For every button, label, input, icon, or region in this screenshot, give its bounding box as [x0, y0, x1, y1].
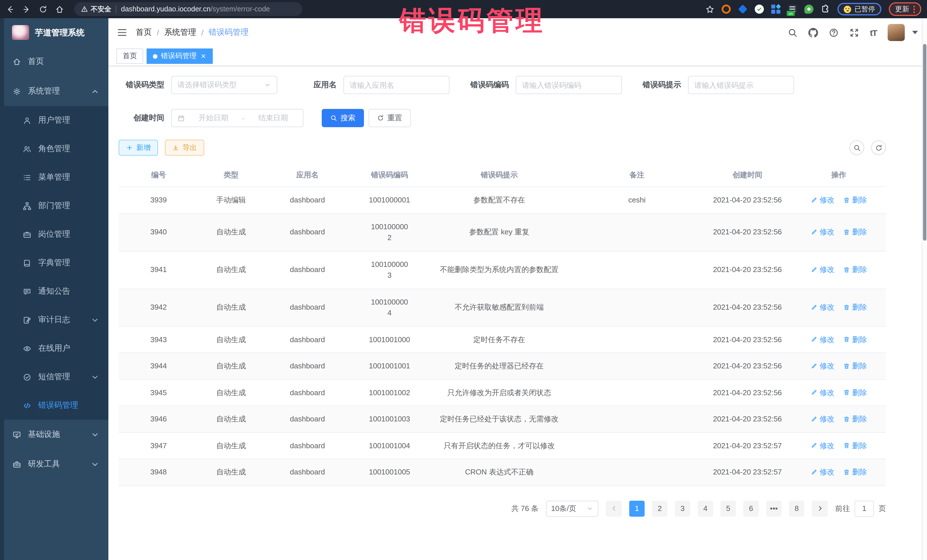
sidebar-item-users[interactable]: 用户管理 [0, 106, 108, 135]
page-button[interactable]: 3 [675, 501, 690, 516]
edit-link[interactable]: 修改 [810, 466, 834, 478]
hamburger-icon[interactable] [117, 27, 127, 38]
sidebar-item-system[interactable]: 系统管理 [0, 76, 108, 106]
home-browser-icon[interactable] [55, 5, 64, 14]
edit-link[interactable]: 修改 [810, 360, 834, 372]
delete-link[interactable]: 删除 [843, 466, 867, 478]
extension-icon[interactable]: on [788, 5, 797, 14]
fullscreen-icon[interactable] [849, 28, 859, 37]
error-hint-input[interactable] [694, 81, 788, 89]
app-name-input[interactable] [350, 81, 443, 89]
delete-link[interactable]: 删除 [843, 360, 867, 372]
refresh-table-button[interactable] [871, 140, 886, 155]
extension-icon[interactable] [755, 5, 764, 14]
reload-icon[interactable] [39, 5, 47, 14]
tab-error-code[interactable]: 错误码管理 [147, 49, 213, 64]
sidebar-item-home[interactable]: 首页 [0, 47, 108, 76]
sidebar-item-departments[interactable]: 部门管理 [0, 191, 108, 220]
github-icon[interactable] [808, 28, 818, 37]
scrollbar-thumb[interactable] [923, 44, 926, 241]
date-range-picker[interactable]: 开始日期 - 结束日期 [171, 109, 304, 127]
delete-link[interactable]: 删除 [843, 194, 867, 206]
error-code-input[interactable] [522, 81, 615, 89]
forward-icon[interactable] [22, 5, 31, 14]
browser-menu-icon[interactable] [913, 5, 915, 13]
prev-page-button[interactable] [606, 501, 622, 516]
show-search-button[interactable] [849, 140, 864, 155]
trash-icon [843, 442, 850, 449]
app-name-field[interactable] [343, 76, 450, 94]
extension-icon[interactable] [738, 5, 748, 14]
delete-link[interactable]: 删除 [843, 264, 867, 275]
font-size-icon[interactable]: tT [870, 28, 877, 37]
error-code-field[interactable] [516, 76, 622, 94]
sidebar-item-dev-tools[interactable]: 研发工具 [0, 449, 108, 479]
address-bar[interactable]: 不安全 dashboard.yudao.iocoder.cn/system/er… [74, 2, 302, 16]
extension-paused-chip[interactable]: 已暂停 [837, 3, 881, 15]
sidebar-item-online-users[interactable]: 在线用户 [0, 334, 108, 363]
page-button[interactable]: 8 [789, 501, 804, 516]
sidebar-item-roles[interactable]: 角色管理 [0, 135, 108, 163]
delete-link[interactable]: 删除 [843, 413, 867, 425]
breadcrumb-system[interactable]: 系统管理 [164, 27, 196, 38]
extension-icon[interactable] [722, 5, 731, 14]
page-size-select[interactable]: 10条/页 [546, 501, 599, 516]
warning-icon [81, 6, 88, 12]
sidebar-item-dictionary[interactable]: 字典管理 [0, 249, 108, 277]
tab-home[interactable]: 首页 [116, 49, 143, 64]
delete-link[interactable]: 删除 [843, 440, 867, 451]
cell-hint: 定时任务的处理器已经存在 [428, 353, 570, 379]
extension-icon[interactable] [804, 5, 813, 14]
filter-label: 错误码提示 [635, 80, 681, 90]
puzzle-extensions-icon[interactable] [821, 5, 830, 14]
delete-link[interactable]: 删除 [843, 227, 867, 238]
sidebar-item-audit-log[interactable]: 审计日志 [0, 306, 108, 334]
back-icon[interactable] [6, 5, 14, 14]
security-chip[interactable]: 不安全 [81, 4, 111, 14]
bookmark-star-icon[interactable] [706, 5, 714, 14]
edit-link[interactable]: 修改 [810, 334, 834, 345]
page-button[interactable]: 5 [720, 501, 736, 516]
cell-code: 1001001003 [351, 406, 428, 432]
edit-link[interactable]: 修改 [810, 387, 834, 398]
avatar[interactable] [887, 24, 905, 41]
page-button[interactable]: 6 [743, 501, 759, 516]
sidebar-item-infrastructure[interactable]: 基础设施 [0, 420, 108, 449]
extension-icon[interactable] [771, 5, 780, 14]
edit-link[interactable]: 修改 [810, 302, 834, 313]
page-button[interactable]: 4 [698, 501, 713, 516]
sidebar-item-sms[interactable]: 短信管理 [0, 363, 108, 391]
chevron-down-icon[interactable] [912, 31, 918, 34]
table-row: 3945 自动生成 dashboard 1001001002 只允许修改为开启或… [119, 379, 886, 406]
edit-link[interactable]: 修改 [810, 227, 834, 238]
error-type-select[interactable]: 请选择错误码类型 [171, 76, 277, 94]
page-button[interactable]: ••• [766, 501, 781, 516]
app-logo[interactable]: 芋道管理系统 [0, 18, 108, 47]
delete-link[interactable]: 删除 [843, 302, 867, 313]
edit-link[interactable]: 修改 [810, 264, 834, 275]
page-button[interactable]: 2 [652, 501, 667, 516]
table-header-row: 编号 类型 应用名 错误码编码 错误码提示 备注 创建时间 操作 [119, 164, 886, 187]
search-icon[interactable] [788, 28, 798, 37]
delete-link[interactable]: 删除 [843, 387, 867, 398]
add-button[interactable]: 新增 [119, 140, 158, 156]
sidebar-item-menus[interactable]: 菜单管理 [0, 163, 108, 191]
help-icon[interactable] [829, 28, 839, 37]
close-icon[interactable] [200, 53, 206, 59]
goto-page-input[interactable] [854, 501, 874, 516]
error-hint-field[interactable] [688, 76, 794, 94]
reset-button[interactable]: 重置 [369, 109, 411, 127]
sidebar-item-error-code[interactable]: 错误码管理 [0, 391, 108, 420]
edit-link[interactable]: 修改 [810, 194, 834, 206]
delete-link[interactable]: 删除 [843, 334, 867, 345]
edit-link[interactable]: 修改 [810, 413, 834, 425]
sidebar-item-notices[interactable]: 通知公告 [0, 277, 108, 306]
search-button[interactable]: 搜索 [322, 109, 364, 127]
breadcrumb-home[interactable]: 首页 [136, 27, 152, 38]
sidebar-item-positions[interactable]: 岗位管理 [0, 220, 108, 249]
browser-update-button[interactable]: 更新 [889, 2, 921, 16]
export-button[interactable]: 导出 [165, 140, 204, 156]
next-page-button[interactable] [812, 501, 828, 516]
edit-link[interactable]: 修改 [810, 440, 834, 451]
page-button[interactable]: 1 [629, 501, 644, 516]
